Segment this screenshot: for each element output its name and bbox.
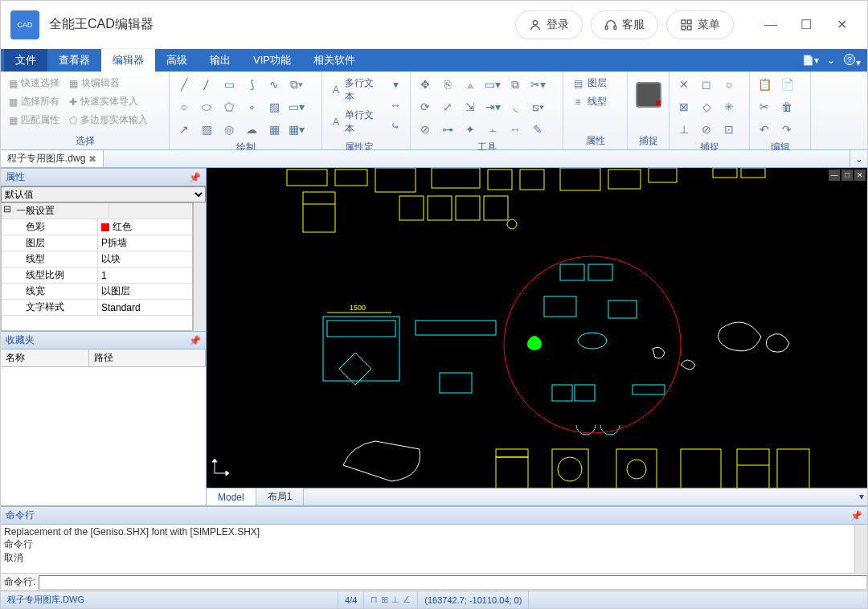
layer-button[interactable]: ▤图层 (568, 75, 610, 92)
minimize-button[interactable]: — (755, 10, 787, 39)
vp-close-icon[interactable]: ✕ (854, 170, 866, 181)
text-dim-icon[interactable]: ↔ (386, 96, 405, 115)
polygon-icon[interactable]: ⬠ (219, 97, 239, 116)
prop-row-textstyle[interactable]: 文字样式Standard (2, 300, 192, 316)
table-icon[interactable]: ▦▾ (287, 120, 306, 139)
maximize-button[interactable]: ☐ (790, 10, 822, 39)
login-button[interactable]: 登录 (515, 10, 583, 39)
prop-row-layer[interactable]: 图层P拆墙 (2, 235, 192, 251)
stretch-icon[interactable]: ⇲ (461, 97, 480, 116)
join-icon[interactable]: ⊶ (438, 120, 457, 139)
wipeout-icon[interactable]: ▦ (264, 120, 284, 139)
file-tab-close-icon[interactable]: ✖ (88, 153, 96, 165)
lengthen-icon[interactable]: ↔ (506, 120, 525, 139)
cut-icon[interactable]: ✂ (755, 97, 774, 116)
tab-output[interactable]: 输出 (199, 49, 242, 72)
prop-row-lineweight[interactable]: 线宽以图层 (2, 284, 192, 300)
quick-select[interactable]: ▦快速选择 (6, 75, 63, 92)
rotate-icon[interactable]: ⟳ (416, 97, 435, 116)
linetype-button[interactable]: ≡线型 (568, 93, 610, 110)
line-icon[interactable]: ╱ (174, 75, 194, 94)
extend-icon[interactable]: ⇥▾ (483, 97, 502, 116)
spline-icon[interactable]: ∿ (264, 75, 284, 94)
polyline-icon[interactable]: 〳 (197, 75, 216, 94)
prop-row-color[interactable]: 色彩红色 (2, 219, 192, 235)
menu-button[interactable]: 菜单 (666, 10, 734, 39)
match-props[interactable]: ▦匹配属性 (6, 112, 63, 129)
align-icon[interactable]: ⫠ (483, 120, 502, 139)
prop-row-ltscale[interactable]: 线型比例1 (2, 268, 192, 284)
quick-entity-import[interactable]: ✚快速实体导入 (66, 93, 151, 110)
scale-icon[interactable]: ⤢ (438, 97, 457, 116)
osnap-end-icon[interactable]: ✕ (674, 75, 694, 94)
props-scrollbar[interactable] (193, 202, 206, 331)
osnap-cen-icon[interactable]: ○ (719, 75, 739, 94)
trim-icon[interactable]: ✂▾ (528, 75, 547, 94)
polar-toggle-icon[interactable]: ∠ (403, 595, 411, 605)
tab-vip[interactable]: VIP功能 (242, 49, 302, 72)
mirror-icon[interactable]: ⟁ (461, 75, 480, 94)
layout-tabs-scroll[interactable] (304, 488, 867, 505)
layout-tab-model[interactable]: Model (207, 488, 256, 505)
file-tabs-dropdown[interactable]: ⌄ (850, 150, 867, 167)
snap-button[interactable] (633, 75, 664, 115)
pedit-icon[interactable]: ✎ (528, 120, 547, 139)
circle-icon[interactable]: ○ (174, 97, 194, 116)
region-icon[interactable]: ▭▾ (287, 97, 306, 116)
command-input[interactable] (39, 575, 867, 590)
layout-tab-1[interactable]: 布局1 (256, 488, 305, 505)
tab-file[interactable]: 文件 (4, 49, 47, 72)
file-tab-active[interactable]: 程子专用图库.dwg ✖ (1, 150, 104, 167)
prop-row-linetype[interactable]: 线型以块 (2, 251, 192, 268)
redo-icon[interactable]: ↷ (777, 120, 796, 139)
osnap-tan-icon[interactable]: ⊘ (697, 120, 716, 139)
undo-icon[interactable]: ↶ (755, 120, 774, 139)
block-editor[interactable]: ▦块编辑器 (66, 75, 151, 92)
rect-icon[interactable]: ▭ (219, 75, 239, 94)
fav-pin-icon[interactable]: 📌 (189, 335, 201, 346)
pin-icon[interactable]: 📌 (189, 172, 201, 183)
ellipse-icon[interactable]: ⬭ (197, 97, 216, 116)
copy-icon[interactable]: ⎘ (438, 75, 457, 94)
revcloud-icon[interactable]: ☁ (242, 120, 261, 139)
cmd-pin-icon[interactable]: 📌 (850, 510, 862, 521)
mtext-button[interactable]: A多行文本 (327, 75, 383, 105)
insert-icon[interactable]: ⧉▾ (287, 75, 306, 94)
select-all[interactable]: ▦选择所有 (6, 93, 63, 110)
ribbon-collapse-icon[interactable]: ⌄ (827, 55, 835, 66)
vp-max-icon[interactable]: □ (841, 170, 853, 181)
clipboard-paste-icon[interactable]: 📄 (777, 75, 796, 94)
offset-icon[interactable]: ▭▾ (483, 75, 502, 94)
point-icon[interactable]: ∘ (242, 97, 261, 116)
erase-icon[interactable]: 🗑 (777, 97, 796, 116)
xline-icon[interactable]: ▨ (197, 120, 216, 139)
ortho-toggle-icon[interactable]: ⊥ (391, 595, 399, 605)
prop-group-general[interactable]: ⊟一般设置 (2, 203, 192, 219)
cmd-scrollbar[interactable] (854, 525, 867, 573)
arc-icon[interactable]: ⟆ (242, 75, 261, 94)
osnap-mid-icon[interactable]: ◻ (697, 75, 716, 94)
ribbon-dropdown-icon[interactable]: 📄▾ (802, 55, 819, 66)
explode-icon[interactable]: ✦ (461, 120, 480, 139)
polygon-entity-input[interactable]: ⬠多边形实体输入 (66, 112, 151, 129)
tab-editor[interactable]: 编辑器 (101, 49, 155, 72)
donut-icon[interactable]: ◎ (219, 120, 239, 139)
osnap-node-icon[interactable]: ⊠ (674, 97, 694, 116)
break-icon[interactable]: ⊘ (416, 120, 435, 139)
tab-viewer[interactable]: 查看器 (47, 49, 101, 72)
snap-toggle-icon[interactable]: ⊓ (371, 595, 378, 605)
hatch-icon[interactable]: ▨ (264, 97, 284, 116)
tab-advanced[interactable]: 高级 (155, 49, 199, 72)
fillet-icon[interactable]: ◟ (506, 97, 525, 116)
move-icon[interactable]: ✥ (416, 75, 435, 94)
grid-toggle-icon[interactable]: ⊞ (381, 595, 388, 605)
text-more-1[interactable]: ▾ (386, 75, 405, 94)
osnap-perp-icon[interactable]: ⊥ (674, 120, 694, 139)
tab-related[interactable]: 相关软件 (302, 49, 366, 72)
text-leader-icon[interactable]: ⤷ (386, 116, 405, 136)
chamfer-icon[interactable]: ⧅▾ (528, 97, 547, 116)
ray-icon[interactable]: ↗ (174, 120, 194, 139)
drawing-canvas[interactable]: — □ ✕ (207, 168, 867, 488)
stext-button[interactable]: A单行文本 (327, 107, 383, 137)
close-button[interactable]: ✕ (825, 10, 858, 39)
